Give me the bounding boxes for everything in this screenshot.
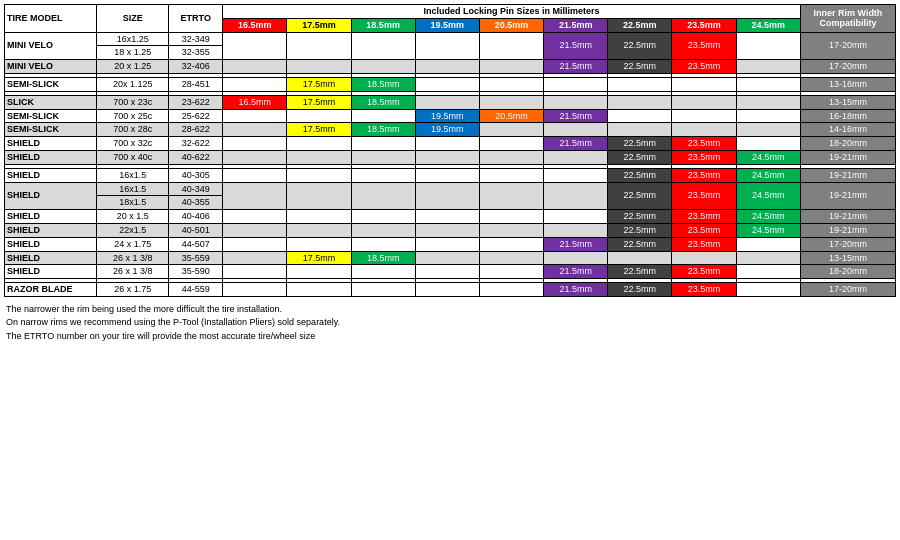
cell-pin-19_5 [415, 168, 479, 182]
cell-pin-19_5 [415, 77, 479, 91]
cell-pin-18_5 [351, 182, 415, 210]
cell-pin-20_5 [479, 60, 543, 74]
cell-pin-18_5 [351, 32, 415, 60]
cell-pin-20_5 [479, 150, 543, 164]
cell-size: 20 x 1.5 [97, 210, 169, 224]
cell-pin-23_5 [672, 77, 736, 91]
cell-pin-17_5 [287, 137, 351, 151]
pin-22-header: 22.5mm [608, 18, 672, 32]
cell-pin-20_5 [479, 123, 543, 137]
cell-pin-22_5: 22.5mm [608, 210, 672, 224]
cell-pin-18_5 [351, 60, 415, 74]
cell-tire: SHIELD [5, 251, 97, 265]
cell-pin-18_5 [351, 283, 415, 297]
cell-pin-16_5 [223, 168, 287, 182]
cell-size: 16x1.5 [97, 168, 169, 182]
cell-pin-16_5 [223, 77, 287, 91]
cell-pin-20_5 [479, 168, 543, 182]
cell-pin-22_5 [608, 109, 672, 123]
cell-pin-16_5 [223, 210, 287, 224]
cell-pin-24_5 [736, 251, 800, 265]
cell-pin-17_5 [287, 182, 351, 210]
cell-etrto: 40-406 [169, 210, 223, 224]
cell-tire: SLICK [5, 95, 97, 109]
cell-pin-17_5 [287, 210, 351, 224]
pin-17-header: 17.5mm [287, 18, 351, 32]
cell-pin-23_5 [672, 95, 736, 109]
cell-tire: SHIELD [5, 137, 97, 151]
cell-pin-20_5 [479, 77, 543, 91]
cell-pin-16_5 [223, 137, 287, 151]
cell-compat: 13-15mm [800, 95, 895, 109]
cell-pin-24_5: 24.5mm [736, 150, 800, 164]
cell-compat: 19-21mm [800, 210, 895, 224]
cell-tire: MINI VELO [5, 60, 97, 74]
cell-pin-22_5: 22.5mm [608, 237, 672, 251]
cell-size: 700 x 40c [97, 150, 169, 164]
cell-pin-16_5 [223, 265, 287, 279]
cell-pin-16_5 [223, 150, 287, 164]
cell-pin-19_5: 19.5mm [415, 123, 479, 137]
cell-etrto: 28-451 [169, 77, 223, 91]
cell-pin-18_5 [351, 237, 415, 251]
cell-compat: 17-20mm [800, 60, 895, 74]
table-row: SHIELD24 x 1.7544-50721.5mm22.5mm23.5mm1… [5, 237, 896, 251]
cell-pin-22_5: 22.5mm [608, 168, 672, 182]
table-row: SHIELD26 x 1 3/835-59021.5mm22.5mm23.5mm… [5, 265, 896, 279]
cell-pin-17_5 [287, 223, 351, 237]
cell-pin-17_5: 17.5mm [287, 77, 351, 91]
cell-pin-19_5 [415, 137, 479, 151]
cell-pin-18_5 [351, 168, 415, 182]
cell-pin-17_5 [287, 32, 351, 60]
cell-size: 26 x 1.75 [97, 283, 169, 297]
cell-pin-19_5 [415, 283, 479, 297]
cell-pin-22_5: 22.5mm [608, 223, 672, 237]
cell-compat: 19-21mm [800, 150, 895, 164]
cell-pin-17_5 [287, 168, 351, 182]
cell-size: 24 x 1.75 [97, 237, 169, 251]
cell-size: 16x1.5 [97, 182, 169, 196]
cell-pin-18_5 [351, 210, 415, 224]
cell-pin-21_5 [544, 150, 608, 164]
cell-pin-21_5: 21.5mm [544, 109, 608, 123]
cell-pin-21_5 [544, 210, 608, 224]
cell-pin-18_5: 18.5mm [351, 251, 415, 265]
footnotes: The narrower the rim being used the more… [4, 303, 896, 344]
cell-pin-17_5: 17.5mm [287, 251, 351, 265]
cell-pin-23_5: 23.5mm [672, 283, 736, 297]
cell-pin-19_5 [415, 182, 479, 210]
pin-21-header: 21.5mm [544, 18, 608, 32]
cell-pin-17_5 [287, 60, 351, 74]
cell-pin-18_5 [351, 109, 415, 123]
cell-etrto: 44-507 [169, 237, 223, 251]
table-row: SEMI-SLICK700 x 25c25-62219.5mm20.5mm21.… [5, 109, 896, 123]
cell-pin-16_5 [223, 60, 287, 74]
cell-pin-19_5 [415, 237, 479, 251]
cell-tire: SEMI-SLICK [5, 123, 97, 137]
cell-pin-22_5: 22.5mm [608, 137, 672, 151]
cell-etrto: 28-622 [169, 123, 223, 137]
table-row: MINI VELO16x1.2532-34921.5mm22.5mm23.5mm… [5, 32, 896, 46]
cell-etrto: 32-355 [169, 46, 223, 60]
cell-pin-16_5 [223, 123, 287, 137]
cell-pin-20_5 [479, 137, 543, 151]
cell-pin-21_5 [544, 168, 608, 182]
cell-size: 700 x 23c [97, 95, 169, 109]
cell-size: 26 x 1 3/8 [97, 265, 169, 279]
cell-compat: 19-21mm [800, 168, 895, 182]
cell-etrto: 32-406 [169, 60, 223, 74]
cell-pin-20_5 [479, 95, 543, 109]
cell-pin-18_5 [351, 137, 415, 151]
cell-tire: RAZOR BLADE [5, 283, 97, 297]
cell-pin-21_5: 21.5mm [544, 137, 608, 151]
cell-tire: SHIELD [5, 210, 97, 224]
cell-size: 26 x 1 3/8 [97, 251, 169, 265]
table-row: SHIELD26 x 1 3/835-55917.5mm18.5mm13-15m… [5, 251, 896, 265]
cell-tire: SEMI-SLICK [5, 77, 97, 91]
cell-pin-24_5: 24.5mm [736, 223, 800, 237]
locking-pins-header: Included Locking Pin Sizes in Millimeter… [223, 5, 801, 19]
cell-pin-19_5 [415, 60, 479, 74]
table-row: SEMI-SLICK700 x 28c28-62217.5mm18.5mm19.… [5, 123, 896, 137]
cell-pin-22_5: 22.5mm [608, 60, 672, 74]
cell-tire: SHIELD [5, 150, 97, 164]
